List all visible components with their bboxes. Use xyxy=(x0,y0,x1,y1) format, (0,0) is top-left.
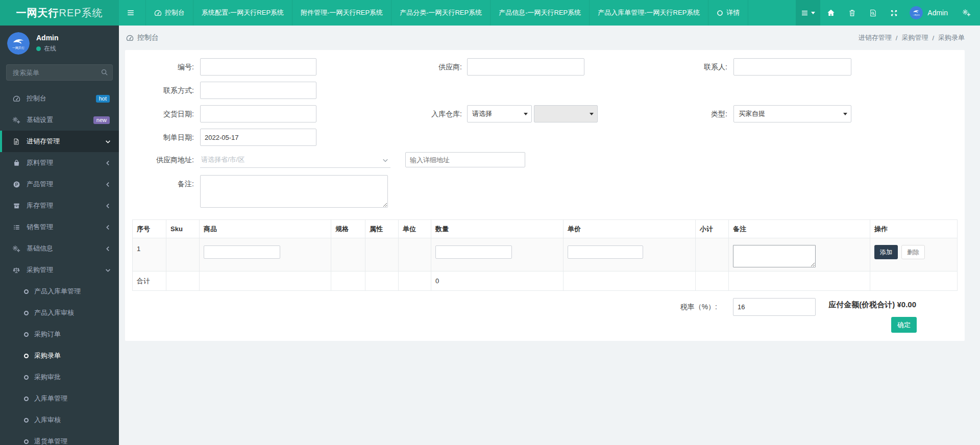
empty-cell xyxy=(200,271,331,291)
caret-down-icon xyxy=(811,12,815,14)
col-spec: 规格 xyxy=(331,220,365,238)
warehouse-sub-select[interactable] xyxy=(534,105,598,122)
col-action: 操作 xyxy=(870,220,958,238)
phone-input[interactable] xyxy=(200,82,316,99)
col-remark: 备注 xyxy=(729,220,870,238)
sidebar-item-purchase-approval[interactable]: 采购审批 xyxy=(0,366,119,388)
line-items-table: 序号 Sku 商品 规格 属性 单位 数量 单价 小计 备注 操作 xyxy=(132,219,958,291)
empty-cell xyxy=(729,271,870,291)
tab-system-config[interactable]: 系统配置-一网天行REP系统 xyxy=(193,0,292,26)
sidebar-item-inbound-audit[interactable]: 入库审核 xyxy=(0,409,119,431)
product-input[interactable] xyxy=(204,245,280,259)
menu-icon xyxy=(801,9,808,17)
sidebar-item-inbound-mgmt[interactable]: 入库单管理 xyxy=(0,388,119,409)
empty-cell xyxy=(696,271,729,291)
qty-input[interactable] xyxy=(435,245,512,259)
settings-button[interactable] xyxy=(951,0,980,26)
sidebar-item-basic-settings[interactable]: 基础设置 new xyxy=(0,109,119,131)
breadcrumb-separator: / xyxy=(896,34,898,42)
online-dot-icon xyxy=(36,46,41,51)
add-row-button[interactable]: 添加 xyxy=(874,245,898,259)
supplier-input[interactable] xyxy=(467,58,584,76)
sidebar-item-inventory-mgmt[interactable]: 进销存管理 xyxy=(0,131,119,152)
sidebar-item-label: 采购订单 xyxy=(34,330,61,339)
user-name[interactable]: Admin xyxy=(927,9,948,17)
tab-detail[interactable]: 详情 xyxy=(708,0,748,26)
tab-dashboard[interactable]: 控制台 xyxy=(146,0,193,26)
topbar-right: 一网天行 Admin xyxy=(796,0,980,26)
no-input[interactable] xyxy=(200,58,316,76)
layout-menu-button[interactable] xyxy=(796,0,820,26)
sidebar-item-purchase-mgmt[interactable]: 采购管理 xyxy=(0,259,119,281)
breadcrumb-item[interactable]: 进销存管理 xyxy=(859,33,892,42)
sidebar-item-product-mgmt[interactable]: 产品管理 xyxy=(0,174,119,195)
col-qty: 数量 xyxy=(431,220,564,238)
row-qty-cell xyxy=(431,238,564,271)
sidebar-item-purchase-order[interactable]: 采购订单 xyxy=(0,324,119,345)
search-input[interactable] xyxy=(6,64,113,81)
tab-product-info[interactable]: 产品信息-一网天行REP系统 xyxy=(491,0,590,26)
sidebar-item-dashboard[interactable]: 控制台 hot xyxy=(0,88,119,109)
sidebar-item-label: 产品入库审核 xyxy=(34,308,74,317)
chevron-left-icon xyxy=(105,246,111,252)
warehouse-select-value: 请选择 xyxy=(472,110,492,117)
tab-detail-label: 详情 xyxy=(726,8,740,17)
sidebar-user-panel: 一网天行 Admin 在线 xyxy=(0,26,119,56)
delivery-date-input[interactable] xyxy=(200,105,316,122)
breadcrumb-item[interactable]: 采购录单 xyxy=(938,33,965,42)
circle-icon xyxy=(24,418,29,423)
doc-date-input[interactable] xyxy=(200,129,316,146)
sidebar-item-label: 基础信息 xyxy=(27,244,105,253)
app-logo[interactable]: 一网天行REP系统 xyxy=(0,0,119,26)
supplier-label: 供应商: xyxy=(390,58,462,76)
row-price-cell xyxy=(564,238,696,271)
table-total-row: 合计 0 xyxy=(133,271,958,291)
user-name: Admin xyxy=(36,34,59,42)
list-icon xyxy=(12,224,20,231)
row-spec-cell xyxy=(331,238,365,271)
delete-row-button[interactable]: 删除 xyxy=(901,245,925,259)
sidebar-item-stock-mgmt[interactable]: 库存管理 xyxy=(0,195,119,216)
breadcrumb-item[interactable]: 采购管理 xyxy=(901,33,928,42)
sidebar-item-product-inbound-audit[interactable]: 产品入库审核 xyxy=(0,302,119,324)
sidebar-item-sales-mgmt[interactable]: 销售管理 xyxy=(0,216,119,238)
tab-product-inbound[interactable]: 产品入库单管理-一网天行REP系统 xyxy=(590,0,708,26)
row-remark-textarea[interactable] xyxy=(733,245,816,267)
region-cascader[interactable]: 请选择省/市/区 xyxy=(200,152,390,168)
avatar[interactable]: 一网天行 xyxy=(7,32,30,55)
gears-icon xyxy=(962,9,971,17)
tab-product-category[interactable]: 产品分类-一网天行REP系统 xyxy=(391,0,491,26)
sidebar-item-label: 采购录单 xyxy=(34,351,61,360)
sidebar-item-raw-material[interactable]: 原料管理 xyxy=(0,152,119,174)
sidebar-item-basic-info[interactable]: 基础信息 xyxy=(0,238,119,259)
home-button[interactable] xyxy=(820,0,842,26)
tax-rate-label: 税率（%）: xyxy=(615,298,717,316)
remark-textarea[interactable] xyxy=(200,175,388,208)
avatar[interactable]: 一网天行 xyxy=(910,6,923,19)
type-select[interactable]: 买家自提 xyxy=(733,105,851,122)
tab-label: 系统配置-一网天行REP系统 xyxy=(202,8,284,17)
brand-avatar-icon: 一网天行 xyxy=(7,32,30,55)
breadcrumb-separator: / xyxy=(932,34,934,42)
file-search-button[interactable] xyxy=(863,0,884,26)
confirm-button[interactable]: 确定 xyxy=(891,317,917,333)
address-detail-input[interactable] xyxy=(405,152,525,167)
sidebar-toggle-button[interactable] xyxy=(119,0,146,26)
sidebar-item-return-mgmt[interactable]: 退货单管理 xyxy=(0,431,119,445)
main-content: 控制台 进销存管理 / 采购管理 / 采购录单 编号: 供应商: 联系人: 联系… xyxy=(119,26,980,445)
price-input[interactable] xyxy=(568,245,643,259)
col-attr: 属性 xyxy=(365,220,399,238)
fullscreen-button[interactable] xyxy=(884,0,904,26)
warehouse-select[interactable]: 请选择 xyxy=(467,105,532,122)
gears-icon xyxy=(12,245,20,253)
svg-text:一网天行: 一网天行 xyxy=(913,15,920,17)
trash-button[interactable] xyxy=(842,0,863,26)
contact-input[interactable] xyxy=(733,58,851,76)
sidebar-item-purchase-entry[interactable]: 采购录单 xyxy=(0,345,119,366)
sidebar-item-label: 退货单管理 xyxy=(34,437,67,445)
caret-down-icon xyxy=(524,113,528,115)
tab-attachment[interactable]: 附件管理-一网天行REP系统 xyxy=(292,0,391,26)
sidebar-item-product-inbound-mgmt[interactable]: 产品入库单管理 xyxy=(0,281,119,302)
bag-icon xyxy=(12,159,20,167)
sidebar-item-label: 控制台 xyxy=(27,94,96,103)
